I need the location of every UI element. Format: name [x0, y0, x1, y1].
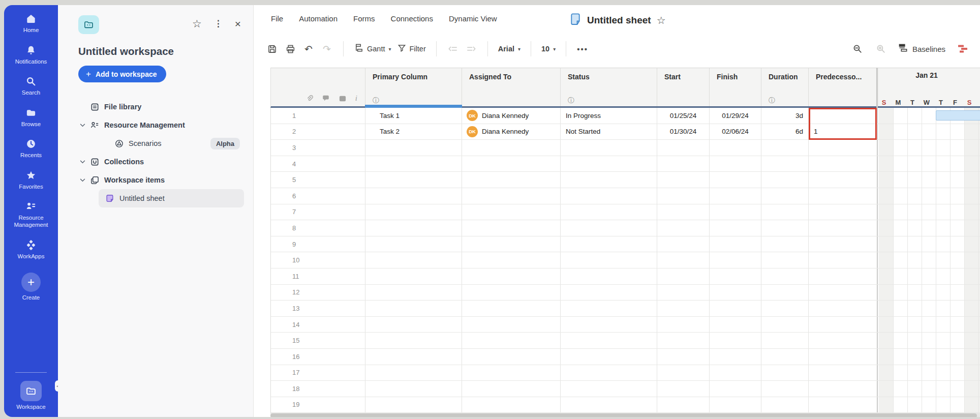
cell-predecessors[interactable]: [809, 188, 877, 204]
info-icon[interactable]: ⓘ: [568, 97, 657, 104]
info-icon[interactable]: ⓘ: [769, 97, 808, 104]
tree-item-file-library[interactable]: File library: [78, 98, 241, 116]
column-header-primary[interactable]: Primary Columnⓘ: [365, 68, 462, 106]
cell-primary[interactable]: [365, 268, 462, 284]
cell-duration[interactable]: [761, 236, 809, 252]
sidebar-item-recents[interactable]: Recents: [4, 138, 58, 159]
font-size-select[interactable]: 10 ▾: [538, 45, 559, 53]
cell-finish[interactable]: [710, 252, 761, 268]
cell-status[interactable]: [561, 285, 657, 301]
cell-duration[interactable]: [761, 252, 809, 268]
cell-finish[interactable]: [710, 333, 761, 348]
cell-assigned-to[interactable]: [462, 333, 561, 348]
sidebar-item-workapps[interactable]: WorkApps: [4, 240, 58, 260]
row-number[interactable]: 9: [271, 236, 365, 252]
row-number[interactable]: 18: [271, 381, 365, 397]
tree-item-resource-management[interactable]: Resource Management: [78, 116, 241, 134]
cell-finish[interactable]: 01/29/24: [710, 108, 761, 124]
gantt-row-area[interactable]: [877, 124, 980, 140]
cell-assigned-to[interactable]: DKDiana Kennedy: [462, 108, 561, 124]
tree-item-scenarios[interactable]: Scenarios Alpha: [114, 134, 241, 153]
cell-start[interactable]: [657, 220, 710, 236]
cell-status[interactable]: [561, 188, 657, 204]
cell-predecessors[interactable]: [809, 285, 877, 301]
menu-forms[interactable]: Forms: [353, 14, 375, 23]
cell-finish[interactable]: [710, 268, 761, 284]
critical-path-icon[interactable]: [954, 40, 972, 57]
cell-start[interactable]: [657, 172, 710, 188]
gantt-row-area[interactable]: [877, 140, 980, 156]
chevron-down-icon[interactable]: [78, 178, 86, 182]
cell-predecessors[interactable]: [809, 140, 877, 156]
indent-button[interactable]: [462, 40, 480, 57]
cell-status[interactable]: Not Started: [561, 124, 657, 140]
column-header-predecessors[interactable]: Predecesso...: [809, 68, 877, 106]
info-icon[interactable]: ⓘ: [373, 97, 462, 104]
gantt-row-area[interactable]: [877, 397, 980, 413]
cell-predecessors[interactable]: [809, 172, 877, 188]
row-number[interactable]: 2: [271, 124, 365, 140]
cell-start[interactable]: [657, 236, 710, 252]
cell-assigned-to[interactable]: DKDiana Kennedy: [462, 124, 561, 140]
comment-icon[interactable]: [322, 94, 330, 102]
cell-assigned-to[interactable]: [462, 397, 561, 413]
cell-duration[interactable]: [761, 349, 809, 365]
sidebar-item-home[interactable]: Home: [4, 13, 58, 34]
cell-finish[interactable]: [710, 236, 761, 252]
more-tools-button[interactable]: •••: [573, 40, 592, 57]
cell-duration[interactable]: [761, 188, 809, 204]
gantt-row-area[interactable]: [877, 268, 980, 284]
cell-assigned-to[interactable]: [462, 268, 561, 284]
cell-duration[interactable]: [761, 333, 809, 348]
cell-duration[interactable]: [761, 317, 809, 333]
cell-assigned-to[interactable]: [462, 285, 561, 301]
cell-assigned-to[interactable]: [462, 301, 561, 316]
cell-finish[interactable]: [710, 301, 761, 316]
sidebar-item-browse[interactable]: Browse: [4, 107, 58, 128]
cell-finish[interactable]: [710, 317, 761, 333]
cell-assigned-to[interactable]: [462, 349, 561, 365]
cell-primary[interactable]: [365, 365, 462, 381]
cell-status[interactable]: [561, 349, 657, 365]
cell-primary[interactable]: [365, 172, 462, 188]
column-header-status[interactable]: Statusⓘ: [561, 68, 657, 106]
row-number[interactable]: 3: [271, 140, 365, 156]
column-header-duration[interactable]: Durationⓘ: [761, 68, 809, 106]
cell-status[interactable]: [561, 333, 657, 348]
cell-predecessors[interactable]: [809, 252, 877, 268]
sidebar-item-notifications[interactable]: Notifications: [4, 45, 58, 66]
cell-predecessors[interactable]: [809, 349, 877, 365]
cell-primary[interactable]: [365, 188, 462, 204]
gantt-row-area[interactable]: [877, 236, 980, 252]
row-info-icon[interactable]: i: [355, 95, 357, 102]
cell-finish[interactable]: [710, 349, 761, 365]
cell-status[interactable]: In Progress: [561, 108, 657, 124]
cell-predecessors[interactable]: [809, 397, 877, 413]
menu-connections[interactable]: Connections: [391, 14, 433, 23]
cell-predecessors[interactable]: [809, 220, 877, 236]
column-header-finish[interactable]: Finish: [710, 68, 761, 106]
cell-predecessors[interactable]: [809, 156, 877, 172]
sidebar-item-workspace[interactable]: Workspace: [4, 373, 58, 411]
zoom-out-button[interactable]: [848, 40, 867, 57]
horizontal-scrollbar[interactable]: [270, 413, 980, 417]
cell-assigned-to[interactable]: [462, 140, 561, 156]
outdent-button[interactable]: [444, 40, 462, 57]
cell-duration[interactable]: [761, 381, 809, 397]
cell-finish[interactable]: [710, 172, 761, 188]
cell-status[interactable]: [561, 301, 657, 316]
row-number[interactable]: 5: [271, 172, 365, 188]
gantt-row-area[interactable]: [877, 156, 980, 172]
cell-assigned-to[interactable]: [462, 236, 561, 252]
cell-finish[interactable]: [710, 397, 761, 413]
cell-start[interactable]: [657, 349, 710, 365]
filter-button[interactable]: Filter: [394, 44, 429, 54]
scrollbar-thumb[interactable]: [270, 413, 977, 417]
attachment-icon[interactable]: [305, 94, 313, 102]
cell-duration[interactable]: [761, 285, 809, 301]
chevron-down-icon[interactable]: [78, 160, 86, 164]
gantt-row-area[interactable]: [877, 381, 980, 397]
cell-duration[interactable]: [761, 220, 809, 236]
cell-assigned-to[interactable]: [462, 252, 561, 268]
row-number[interactable]: 19: [271, 397, 365, 413]
